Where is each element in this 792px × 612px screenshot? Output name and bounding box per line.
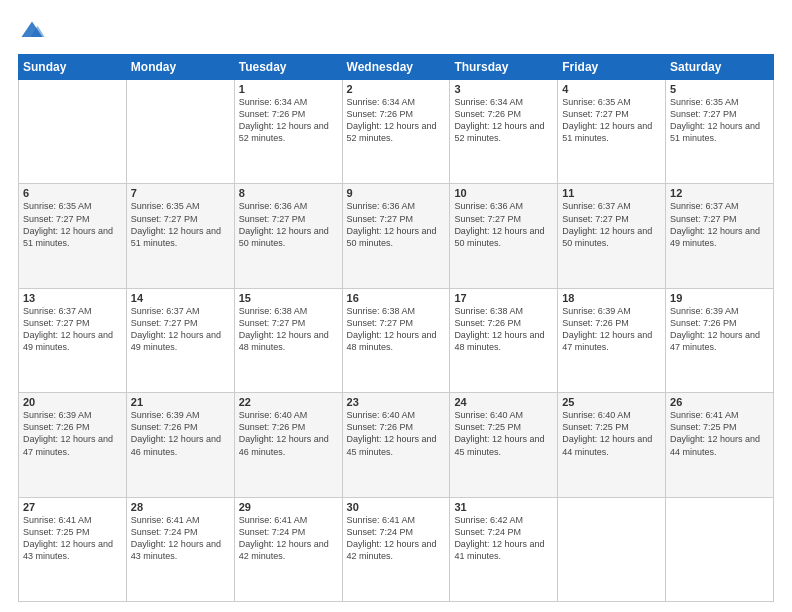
- calendar-week-1: 1Sunrise: 6:34 AM Sunset: 7:26 PM Daylig…: [19, 80, 774, 184]
- day-number: 8: [239, 187, 338, 199]
- day-number: 24: [454, 396, 553, 408]
- day-number: 9: [347, 187, 446, 199]
- day-number: 20: [23, 396, 122, 408]
- day-info: Sunrise: 6:37 AM Sunset: 7:27 PM Dayligh…: [131, 305, 230, 354]
- calendar-cell: 10Sunrise: 6:36 AM Sunset: 7:27 PM Dayli…: [450, 184, 558, 288]
- day-number: 23: [347, 396, 446, 408]
- calendar-cell: 20Sunrise: 6:39 AM Sunset: 7:26 PM Dayli…: [19, 393, 127, 497]
- header: [18, 16, 774, 44]
- calendar-cell: 24Sunrise: 6:40 AM Sunset: 7:25 PM Dayli…: [450, 393, 558, 497]
- day-number: 21: [131, 396, 230, 408]
- day-info: Sunrise: 6:40 AM Sunset: 7:26 PM Dayligh…: [347, 409, 446, 458]
- calendar-header-wednesday: Wednesday: [342, 55, 450, 80]
- calendar-cell: 6Sunrise: 6:35 AM Sunset: 7:27 PM Daylig…: [19, 184, 127, 288]
- calendar-header-saturday: Saturday: [666, 55, 774, 80]
- calendar-cell: 14Sunrise: 6:37 AM Sunset: 7:27 PM Dayli…: [126, 288, 234, 392]
- page: SundayMondayTuesdayWednesdayThursdayFrid…: [0, 0, 792, 612]
- day-info: Sunrise: 6:38 AM Sunset: 7:26 PM Dayligh…: [454, 305, 553, 354]
- calendar-cell: 17Sunrise: 6:38 AM Sunset: 7:26 PM Dayli…: [450, 288, 558, 392]
- calendar-cell: 8Sunrise: 6:36 AM Sunset: 7:27 PM Daylig…: [234, 184, 342, 288]
- calendar-cell: 31Sunrise: 6:42 AM Sunset: 7:24 PM Dayli…: [450, 497, 558, 601]
- day-info: Sunrise: 6:37 AM Sunset: 7:27 PM Dayligh…: [670, 200, 769, 249]
- calendar-cell: 27Sunrise: 6:41 AM Sunset: 7:25 PM Dayli…: [19, 497, 127, 601]
- calendar: SundayMondayTuesdayWednesdayThursdayFrid…: [18, 54, 774, 602]
- day-info: Sunrise: 6:41 AM Sunset: 7:24 PM Dayligh…: [131, 514, 230, 563]
- day-number: 6: [23, 187, 122, 199]
- calendar-cell: 26Sunrise: 6:41 AM Sunset: 7:25 PM Dayli…: [666, 393, 774, 497]
- calendar-cell: [19, 80, 127, 184]
- day-number: 14: [131, 292, 230, 304]
- day-info: Sunrise: 6:39 AM Sunset: 7:26 PM Dayligh…: [23, 409, 122, 458]
- calendar-cell: 12Sunrise: 6:37 AM Sunset: 7:27 PM Dayli…: [666, 184, 774, 288]
- calendar-cell: [126, 80, 234, 184]
- day-number: 15: [239, 292, 338, 304]
- calendar-cell: 7Sunrise: 6:35 AM Sunset: 7:27 PM Daylig…: [126, 184, 234, 288]
- day-number: 17: [454, 292, 553, 304]
- logo: [18, 16, 52, 44]
- day-info: Sunrise: 6:39 AM Sunset: 7:26 PM Dayligh…: [562, 305, 661, 354]
- day-number: 12: [670, 187, 769, 199]
- calendar-week-3: 13Sunrise: 6:37 AM Sunset: 7:27 PM Dayli…: [19, 288, 774, 392]
- calendar-cell: 9Sunrise: 6:36 AM Sunset: 7:27 PM Daylig…: [342, 184, 450, 288]
- calendar-cell: 13Sunrise: 6:37 AM Sunset: 7:27 PM Dayli…: [19, 288, 127, 392]
- calendar-cell: 11Sunrise: 6:37 AM Sunset: 7:27 PM Dayli…: [558, 184, 666, 288]
- day-info: Sunrise: 6:36 AM Sunset: 7:27 PM Dayligh…: [454, 200, 553, 249]
- day-number: 3: [454, 83, 553, 95]
- day-info: Sunrise: 6:38 AM Sunset: 7:27 PM Dayligh…: [239, 305, 338, 354]
- day-info: Sunrise: 6:34 AM Sunset: 7:26 PM Dayligh…: [239, 96, 338, 145]
- day-number: 13: [23, 292, 122, 304]
- logo-icon: [18, 16, 46, 44]
- day-number: 30: [347, 501, 446, 513]
- day-number: 7: [131, 187, 230, 199]
- calendar-cell: 22Sunrise: 6:40 AM Sunset: 7:26 PM Dayli…: [234, 393, 342, 497]
- day-number: 29: [239, 501, 338, 513]
- day-info: Sunrise: 6:35 AM Sunset: 7:27 PM Dayligh…: [670, 96, 769, 145]
- calendar-cell: 3Sunrise: 6:34 AM Sunset: 7:26 PM Daylig…: [450, 80, 558, 184]
- day-info: Sunrise: 6:40 AM Sunset: 7:25 PM Dayligh…: [562, 409, 661, 458]
- calendar-cell: 5Sunrise: 6:35 AM Sunset: 7:27 PM Daylig…: [666, 80, 774, 184]
- day-number: 4: [562, 83, 661, 95]
- calendar-cell: 1Sunrise: 6:34 AM Sunset: 7:26 PM Daylig…: [234, 80, 342, 184]
- calendar-cell: 4Sunrise: 6:35 AM Sunset: 7:27 PM Daylig…: [558, 80, 666, 184]
- calendar-cell: 23Sunrise: 6:40 AM Sunset: 7:26 PM Dayli…: [342, 393, 450, 497]
- calendar-cell: 29Sunrise: 6:41 AM Sunset: 7:24 PM Dayli…: [234, 497, 342, 601]
- calendar-cell: 2Sunrise: 6:34 AM Sunset: 7:26 PM Daylig…: [342, 80, 450, 184]
- day-info: Sunrise: 6:41 AM Sunset: 7:24 PM Dayligh…: [239, 514, 338, 563]
- day-info: Sunrise: 6:41 AM Sunset: 7:25 PM Dayligh…: [23, 514, 122, 563]
- calendar-week-5: 27Sunrise: 6:41 AM Sunset: 7:25 PM Dayli…: [19, 497, 774, 601]
- day-info: Sunrise: 6:41 AM Sunset: 7:25 PM Dayligh…: [670, 409, 769, 458]
- calendar-cell: 19Sunrise: 6:39 AM Sunset: 7:26 PM Dayli…: [666, 288, 774, 392]
- day-number: 18: [562, 292, 661, 304]
- day-info: Sunrise: 6:42 AM Sunset: 7:24 PM Dayligh…: [454, 514, 553, 563]
- calendar-cell: 28Sunrise: 6:41 AM Sunset: 7:24 PM Dayli…: [126, 497, 234, 601]
- day-info: Sunrise: 6:35 AM Sunset: 7:27 PM Dayligh…: [562, 96, 661, 145]
- day-info: Sunrise: 6:34 AM Sunset: 7:26 PM Dayligh…: [347, 96, 446, 145]
- day-info: Sunrise: 6:36 AM Sunset: 7:27 PM Dayligh…: [347, 200, 446, 249]
- calendar-cell: [558, 497, 666, 601]
- calendar-week-4: 20Sunrise: 6:39 AM Sunset: 7:26 PM Dayli…: [19, 393, 774, 497]
- day-info: Sunrise: 6:39 AM Sunset: 7:26 PM Dayligh…: [670, 305, 769, 354]
- calendar-header-monday: Monday: [126, 55, 234, 80]
- calendar-cell: 30Sunrise: 6:41 AM Sunset: 7:24 PM Dayli…: [342, 497, 450, 601]
- day-number: 22: [239, 396, 338, 408]
- day-info: Sunrise: 6:38 AM Sunset: 7:27 PM Dayligh…: [347, 305, 446, 354]
- day-info: Sunrise: 6:36 AM Sunset: 7:27 PM Dayligh…: [239, 200, 338, 249]
- day-info: Sunrise: 6:34 AM Sunset: 7:26 PM Dayligh…: [454, 96, 553, 145]
- day-info: Sunrise: 6:41 AM Sunset: 7:24 PM Dayligh…: [347, 514, 446, 563]
- day-info: Sunrise: 6:37 AM Sunset: 7:27 PM Dayligh…: [562, 200, 661, 249]
- day-number: 10: [454, 187, 553, 199]
- day-info: Sunrise: 6:40 AM Sunset: 7:26 PM Dayligh…: [239, 409, 338, 458]
- day-info: Sunrise: 6:40 AM Sunset: 7:25 PM Dayligh…: [454, 409, 553, 458]
- day-number: 31: [454, 501, 553, 513]
- day-number: 26: [670, 396, 769, 408]
- day-number: 28: [131, 501, 230, 513]
- calendar-cell: 16Sunrise: 6:38 AM Sunset: 7:27 PM Dayli…: [342, 288, 450, 392]
- day-number: 16: [347, 292, 446, 304]
- calendar-header-sunday: Sunday: [19, 55, 127, 80]
- calendar-week-2: 6Sunrise: 6:35 AM Sunset: 7:27 PM Daylig…: [19, 184, 774, 288]
- calendar-cell: 25Sunrise: 6:40 AM Sunset: 7:25 PM Dayli…: [558, 393, 666, 497]
- day-info: Sunrise: 6:39 AM Sunset: 7:26 PM Dayligh…: [131, 409, 230, 458]
- day-number: 1: [239, 83, 338, 95]
- calendar-cell: 18Sunrise: 6:39 AM Sunset: 7:26 PM Dayli…: [558, 288, 666, 392]
- day-number: 5: [670, 83, 769, 95]
